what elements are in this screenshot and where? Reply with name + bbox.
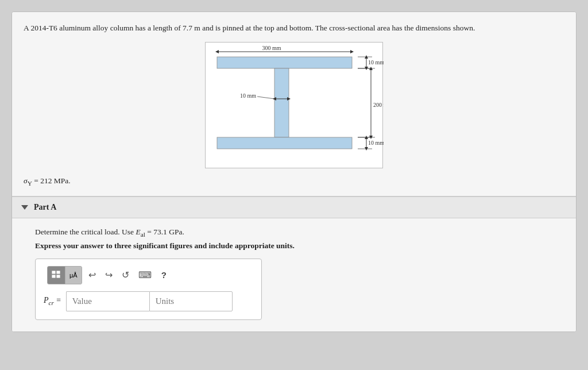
undo-button[interactable]: ↩ <box>86 267 99 283</box>
refresh-button[interactable]: ↺ <box>119 267 132 283</box>
refresh-icon: ↺ <box>122 269 129 280</box>
svg-rect-2 <box>217 57 352 68</box>
svg-text:10 mm: 10 mm <box>240 92 256 99</box>
answer-box: μÅ ↩ ↪ ↺ <box>35 259 262 320</box>
problem-section: A 2014-T6 aluminum alloy column has a le… <box>12 12 576 196</box>
part-a-body: Determine the critical load. Use Eal = 7… <box>12 218 576 332</box>
part-a-title: Part A <box>34 203 56 212</box>
help-button[interactable]: ? <box>158 268 170 282</box>
input-row: Pcr = <box>41 291 256 311</box>
keyboard-icon: ⌨ <box>138 269 152 280</box>
svg-rect-23 <box>56 275 60 278</box>
ibeam-svg: 300 mm 10 mm <box>206 43 384 169</box>
collapse-icon <box>21 205 28 210</box>
sigma-text: σY = 212 MPa. <box>24 176 564 187</box>
svg-rect-4 <box>217 137 352 149</box>
svg-rect-20 <box>52 271 56 274</box>
undo-icon: ↩ <box>88 269 96 280</box>
svg-text:200 mm: 200 mm <box>373 102 384 108</box>
svg-text:10 mm: 10 mm <box>368 59 384 65</box>
toolbar: μÅ ↩ ↪ ↺ <box>41 266 256 284</box>
mu-label: μÅ <box>69 272 78 279</box>
part-a-bold-instruction: Express your answer to three significant… <box>35 241 553 250</box>
units-input[interactable] <box>149 291 233 311</box>
format-btn-group: μÅ <box>47 266 82 284</box>
svg-rect-21 <box>56 271 60 274</box>
svg-rect-22 <box>52 275 56 278</box>
grid-button[interactable] <box>48 267 65 284</box>
svg-rect-3 <box>274 68 289 137</box>
mu-button[interactable]: μÅ <box>65 267 82 284</box>
problem-text: A 2014-T6 aluminum alloy column has a le… <box>24 22 564 34</box>
svg-text:300 mm: 300 mm <box>262 45 281 51</box>
part-a-section: Part A Determine the critical load. Use … <box>12 196 576 332</box>
svg-text:10 mm: 10 mm <box>368 140 384 146</box>
part-a-header[interactable]: Part A <box>12 197 576 218</box>
question-mark: ? <box>161 270 167 280</box>
value-input[interactable] <box>66 291 149 311</box>
grid-icon <box>52 271 61 280</box>
main-container: A 2014-T6 aluminum alloy column has a le… <box>11 11 577 332</box>
pcr-label: Pcr = <box>44 296 61 306</box>
svg-line-19 <box>257 97 274 99</box>
part-a-instruction: Determine the critical load. Use Eal = 7… <box>35 228 553 238</box>
redo-icon: ↪ <box>105 269 113 280</box>
keyboard-button[interactable]: ⌨ <box>136 267 154 283</box>
redo-button[interactable]: ↪ <box>102 267 115 283</box>
diagram-box: 300 mm 10 mm <box>205 42 383 168</box>
diagram-area: 300 mm 10 mm <box>24 42 564 168</box>
